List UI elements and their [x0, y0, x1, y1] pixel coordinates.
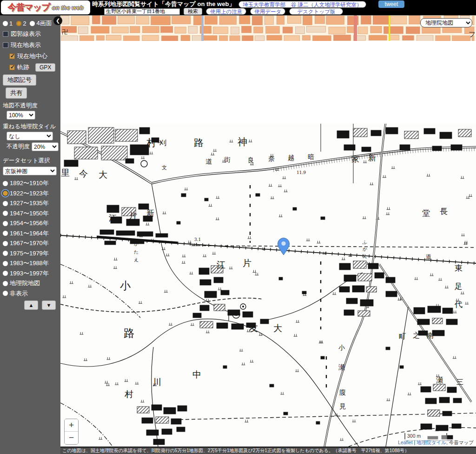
search-button[interactable]: 検索 [184, 8, 202, 15]
share-button[interactable]: 共有 [6, 87, 27, 99]
gsi-tiles-link[interactable]: 地理院タイル [416, 440, 446, 445]
radio-icon [3, 221, 8, 226]
blue-road [201, 15, 204, 41]
dataset-select[interactable]: 京阪神圏 [3, 167, 57, 175]
year-radio-option[interactable]: 1892〜1910年 [3, 179, 59, 187]
checkbox-icon [3, 42, 8, 48]
svg-text:か: か [134, 241, 139, 247]
radio-icon [3, 201, 8, 206]
year-radio-option[interactable]: 1993〜1997年 [3, 269, 59, 278]
zoom-out-button[interactable]: − [65, 432, 78, 444]
year-radio-option[interactable]: 1983〜1988年 [3, 259, 59, 267]
svg-text:片: 片 [243, 258, 251, 268]
svg-text:中: 中 [192, 369, 201, 380]
svg-text:小: 小 [120, 280, 131, 292]
overlay-tile-select[interactable]: なし [7, 132, 53, 140]
search-input[interactable] [104, 8, 180, 15]
svg-text:大: 大 [99, 169, 107, 180]
checkbox-row[interactable]: 現在地表示 [3, 41, 59, 49]
year-radio-option[interactable]: 1927〜1935年 [3, 199, 59, 207]
svg-text:3.1: 3.1 [194, 237, 201, 242]
year-down-button[interactable]: ▼ [42, 300, 56, 310]
svg-text:町: 町 [399, 332, 406, 340]
license-footer: この地図は、国土地理院長の承認を得て、同院発行の5万分1地形図、2万5千分1地形… [60, 447, 476, 454]
overlay-opacity-select[interactable]: 20% [32, 142, 59, 151]
year-radio-option[interactable]: 1922〜1923年 [3, 189, 59, 198]
screen-mode-label: 2 [23, 20, 26, 27]
radio-icon [3, 181, 8, 186]
svg-text:え: え [134, 257, 139, 262]
svg-text:11.9: 11.9 [297, 170, 306, 175]
sidebar-collapse-button[interactable]: ❮ [53, 16, 62, 25]
svg-text:腹: 腹 [339, 388, 346, 396]
svg-text:三: 三 [456, 378, 463, 386]
svg-text:神: 神 [238, 136, 247, 147]
gpx-button[interactable]: GPX [35, 63, 55, 72]
zoom-control: + − [64, 419, 79, 445]
map-opacity-label: 地図不透明度 [3, 102, 59, 110]
checkbox-row[interactable]: 軌跡GPX [9, 63, 59, 72]
checkbox-group: 図郭線表示現在地表示現在地中心軌跡GPX [3, 30, 59, 72]
map-opacity-select[interactable]: 100% [7, 111, 35, 120]
svg-text:路: 路 [194, 137, 204, 148]
year-label: 非表示 [10, 289, 28, 298]
logo-main-text: 今昔マップ [7, 1, 50, 13]
year-radio-option[interactable]: 1947〜1950年 [3, 209, 59, 218]
year-radio-option[interactable]: 非表示 [3, 289, 59, 298]
modern-map-tiles: 卍 フ [60, 15, 476, 41]
map-symbols-button[interactable]: 地図記号 [3, 74, 36, 86]
svg-text:友: 友 [249, 323, 258, 333]
checkbox-row[interactable]: 現在地中心 [9, 52, 59, 60]
red-road [354, 15, 357, 41]
credit-link[interactable]: 埼玉大学教育学部 谷 謙二（人文地理学研究室） [238, 1, 366, 8]
logo-sub-text: on the web [52, 4, 84, 11]
screen-mode-radio[interactable]: 4画面 [30, 19, 52, 27]
svg-text:暗: 暗 [308, 153, 314, 160]
usage-notes-link[interactable]: 使用上の注意 [206, 8, 246, 15]
svg-text:刈: 刈 [159, 139, 166, 147]
site-logo[interactable]: 今昔マップ on the web [1, 0, 90, 14]
svg-text:長: 長 [440, 207, 448, 216]
modern-map-panel[interactable]: 卍 フ 地理院地図 [60, 15, 476, 124]
screen-mode-radio[interactable]: 2 [16, 20, 26, 27]
screen-mode-label: 1 [9, 20, 13, 27]
svg-text:ふ: ふ [362, 240, 367, 245]
radio-icon [3, 261, 8, 266]
usage-data-link[interactable]: 使用データ [250, 8, 285, 15]
base-layer-select[interactable]: 地理院地図 [420, 18, 472, 27]
svg-text:足: 足 [454, 281, 463, 291]
screen-mode-radio[interactable]: 1 [3, 20, 13, 27]
svg-text:道: 道 [205, 158, 212, 165]
year-radio-option[interactable]: 1961〜1964年 [3, 229, 59, 238]
leaflet-link[interactable]: Leaflet [398, 440, 413, 445]
svg-text:越: 越 [288, 154, 294, 161]
svg-text:今: 今 [79, 168, 88, 179]
year-radio-option[interactable]: 1954〜1956年 [3, 219, 59, 227]
checkbox-row[interactable]: 図郭線表示 [3, 30, 59, 38]
desktop-version-link[interactable]: デスクトップ版 [289, 8, 343, 15]
page-title: 時系列地形図閲覧サイト「今昔マップ on the web」 [92, 0, 235, 8]
svg-text:南: 南 [427, 331, 434, 340]
svg-text:良: 良 [248, 156, 254, 164]
svg-text:新: 新 [146, 208, 154, 218]
svg-text:堂: 堂 [422, 208, 430, 218]
radio-icon [3, 241, 8, 246]
old-map-panel[interactable]: 村刈路神道街良奈越暗里今大江片新小路江片かたえ家新堂長ふかえ道東足代友大中川村町… [60, 124, 476, 447]
year-label: 1961〜1964年 [10, 229, 49, 238]
attribution-suffix: , 今昔マップ [446, 440, 474, 445]
tweet-button[interactable]: tweet [378, 0, 405, 8]
header-bar: 今昔マップ on the web 時系列地形図閲覧サイト「今昔マップ on th… [0, 0, 476, 15]
screen-mode-label: 4画面 [36, 19, 52, 27]
radio-icon [3, 281, 8, 286]
year-radio-option[interactable]: 地理院地図 [3, 279, 59, 287]
year-up-button[interactable]: ▲ [24, 300, 38, 310]
svg-text:大: 大 [273, 323, 282, 333]
checkbox-icon [3, 31, 8, 37]
zoom-in-button[interactable]: + [65, 419, 78, 432]
year-label: 1954〜1956年 [10, 219, 49, 227]
dataset-label: データセット選択 [3, 157, 59, 165]
screen-mode-radios: 124画面 [3, 19, 59, 27]
year-radio-option[interactable]: 1967〜1970年 [3, 239, 59, 247]
sidebar: ❮ 124画面 図郭線表示現在地表示現在地中心軌跡GPX 地図記号 共有 地図不… [0, 15, 60, 454]
year-radio-option[interactable]: 1975〜1979年 [3, 249, 59, 258]
